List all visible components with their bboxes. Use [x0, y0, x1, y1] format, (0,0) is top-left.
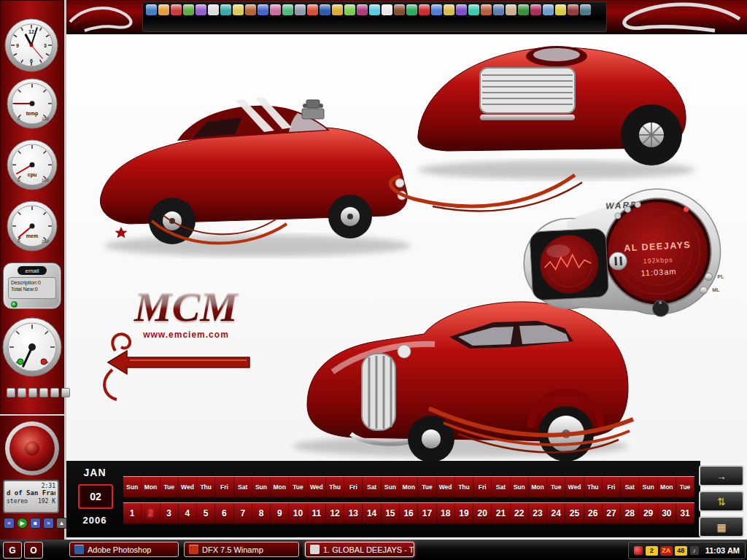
dock-icon-5[interactable] — [196, 4, 206, 15]
calendar-date-15[interactable]: 15 — [382, 503, 400, 524]
calendar-date-9[interactable]: 9 — [271, 503, 289, 524]
taskbar-task-3[interactable]: 1. GLOBAL DEEJAYS - Th.... — [305, 542, 414, 557]
dock-icon-13[interactable] — [295, 4, 306, 15]
dock-icon-2[interactable] — [158, 4, 169, 15]
desktop: MCM www.emciem.com — [0, 0, 747, 560]
dock-icon-29[interactable] — [493, 4, 504, 15]
pause-button[interactable] — [609, 252, 627, 270]
dock-icon-36[interactable] — [580, 4, 591, 15]
dock-icon-27[interactable] — [468, 4, 479, 15]
calendar-date-4[interactable]: 4 — [179, 503, 197, 524]
dock-icon-12[interactable] — [282, 4, 293, 15]
calendar-date-18[interactable]: 18 — [437, 503, 455, 524]
calendar-date-19[interactable]: 19 — [455, 503, 473, 524]
calendar-date-6[interactable]: 6 — [215, 503, 233, 524]
calendar-date-22[interactable]: 22 — [511, 503, 529, 524]
calendar-date-16[interactable]: 16 — [400, 503, 418, 524]
tray-badge-48[interactable]: 48 — [675, 546, 687, 556]
calendar-date-23[interactable]: 23 — [529, 503, 547, 524]
dock-icon-15[interactable] — [320, 4, 330, 15]
dock-icon-30[interactable] — [506, 4, 516, 15]
eject-button[interactable]: ▲ — [56, 518, 67, 529]
calendar-date-21[interactable]: 21 — [492, 503, 510, 524]
play-button[interactable]: ▶ — [17, 518, 28, 529]
calendar-date-11[interactable]: 11 — [308, 503, 326, 524]
dock-icon-25[interactable] — [444, 4, 454, 15]
dock-icon-28[interactable] — [481, 4, 492, 15]
calendar-date-5[interactable]: 5 — [197, 503, 215, 524]
sidebar-mini-button-4[interactable] — [39, 388, 48, 397]
tray-badge-ZA[interactable]: ZA — [660, 546, 673, 556]
calendar-date-13[interactable]: 13 — [344, 503, 363, 524]
pod-button-2[interactable] — [624, 206, 630, 212]
start-letter-g[interactable]: G — [3, 542, 22, 559]
calendar-date-29[interactable]: 29 — [639, 503, 657, 524]
calendar-date-25[interactable]: 25 — [565, 503, 584, 524]
taskbar-task-1[interactable]: Adobe Photoshop — [69, 542, 179, 557]
calendar-date-10[interactable]: 10 — [289, 503, 307, 524]
taskbar-task-2[interactable]: DFX 7.5 Winamp — [184, 542, 299, 557]
calendar-date-27[interactable]: 27 — [603, 503, 621, 524]
dock-icon-19[interactable] — [369, 4, 380, 15]
calendar-date-7[interactable]: 7 — [234, 503, 252, 524]
media-library-button[interactable] — [700, 287, 708, 295]
sidebar-mini-button-2[interactable] — [18, 388, 26, 397]
calendar-date-31[interactable]: 31 — [676, 503, 694, 524]
dock-icon-11[interactable] — [270, 4, 281, 15]
dock-icon-22[interactable] — [406, 4, 417, 15]
dock-icon-21[interactable] — [394, 4, 405, 15]
calendar-date-12[interactable]: 12 — [326, 503, 344, 524]
start-letter-o[interactable]: O — [24, 542, 43, 559]
sidebar-mini-button-5[interactable] — [50, 388, 59, 397]
dock-icon-26[interactable] — [456, 4, 467, 15]
dock-icon-10[interactable] — [258, 4, 268, 15]
calendar-date-17[interactable]: 17 — [418, 503, 436, 524]
calendar-date-30[interactable]: 30 — [658, 503, 676, 524]
calendar-date-26[interactable]: 26 — [584, 503, 603, 524]
dock-icon-34[interactable] — [555, 4, 566, 15]
logoff-button[interactable]: → — [699, 465, 744, 486]
dock-icon-4[interactable] — [183, 4, 194, 15]
calendar-date-24[interactable]: 24 — [547, 503, 565, 524]
dock-icon-16[interactable] — [332, 4, 343, 15]
calendar-date-28[interactable]: 28 — [621, 503, 639, 524]
pod-button-3[interactable] — [635, 201, 640, 207]
sidebar-mini-button-3[interactable] — [28, 388, 37, 397]
calendar-date-8[interactable]: 8 — [252, 503, 271, 524]
updown-arrows-button[interactable]: ⇅ — [699, 491, 744, 512]
calendar-date-2[interactable]: 2 — [142, 503, 160, 524]
calendar-date-20[interactable]: 20 — [473, 503, 492, 524]
dock-icon-33[interactable] — [543, 4, 554, 15]
dock-icon-24[interactable] — [431, 4, 442, 15]
dock-icon-14[interactable] — [307, 4, 318, 15]
dock-icon-17[interactable] — [344, 4, 355, 15]
tray-app-icon[interactable] — [634, 546, 643, 555]
dock-icon-31[interactable] — [518, 4, 529, 15]
dock-icon-35[interactable] — [568, 4, 578, 15]
dock-icon-18[interactable] — [357, 4, 368, 15]
dock-icon-9[interactable] — [245, 4, 256, 15]
email-widget[interactable]: email Description:0 Total New:0 — [3, 262, 61, 309]
dock-icon-8[interactable] — [233, 4, 244, 15]
next-button[interactable]: » — [43, 518, 54, 529]
pod-button-1[interactable] — [615, 213, 621, 219]
calendar-date-3[interactable]: 3 — [160, 503, 179, 524]
dock-icon-6[interactable] — [208, 4, 219, 15]
dock-icon-3[interactable] — [171, 4, 182, 15]
sidebar-mini-button-1[interactable] — [7, 388, 15, 397]
calendar-date-1[interactable]: 1 — [123, 503, 142, 524]
keypad-button[interactable]: ▦ — [699, 516, 744, 537]
dock-icon-1[interactable] — [146, 4, 157, 15]
dock-icon-32[interactable] — [530, 4, 541, 15]
dock-icon-7[interactable] — [220, 4, 231, 15]
start-button[interactable]: G O — [3, 542, 43, 559]
calendar-date-14[interactable]: 14 — [363, 503, 381, 524]
playlist-button[interactable] — [705, 273, 713, 281]
dock-icon-20[interactable] — [382, 4, 392, 15]
prev-button[interactable]: « — [4, 518, 15, 529]
sidebar-mini-button-6[interactable] — [61, 388, 70, 397]
dock-icon-23[interactable] — [419, 4, 430, 15]
volume-icon[interactable]: ♪ — [690, 546, 699, 555]
tray-badge-2[interactable]: 2 — [646, 546, 658, 556]
stop-button[interactable]: ■ — [30, 518, 41, 529]
